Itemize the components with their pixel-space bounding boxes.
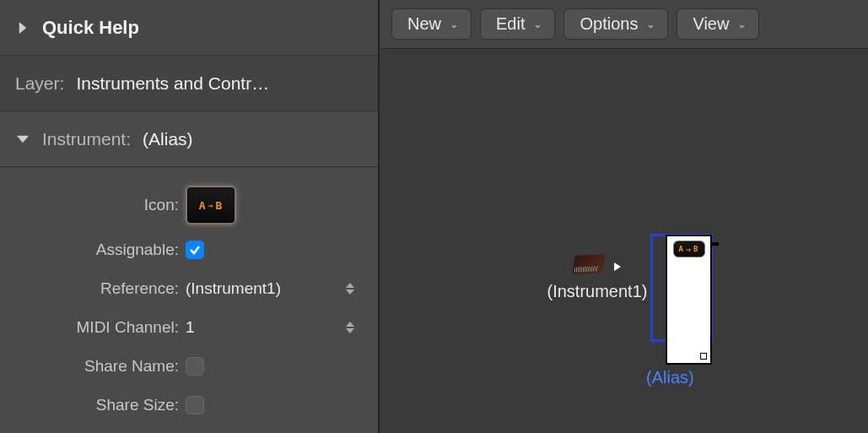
reference-value: (Instrument1) — [186, 279, 281, 298]
alias-selection-box[interactable]: A⇒B — [650, 234, 713, 342]
instrument-label: Instrument: — [42, 129, 131, 149]
share-name-row: Share Name: — [17, 353, 361, 380]
instrument-object[interactable]: (Instrument1) — [530, 255, 665, 301]
icon-label: Icon: — [17, 196, 186, 214]
assignable-label: Assignable: — [17, 241, 186, 259]
assignable-row: Assignable: — [17, 236, 361, 263]
layer-row[interactable]: Layer: Instruments and Contr… — [0, 56, 378, 111]
alias-object[interactable]: A⇒B — [666, 235, 712, 365]
inspector-panel: Quick Help Layer: Instruments and Contr…… — [0, 0, 380, 433]
quick-help-title: Quick Help — [42, 17, 139, 39]
resize-handle[interactable] — [700, 353, 707, 360]
share-size-row: Share Size: — [17, 392, 361, 419]
midi-channel-row: MIDI Channel: 1 — [17, 314, 361, 341]
midi-channel-value: 1 — [186, 318, 195, 337]
reference-select[interactable]: (Instrument1) — [186, 279, 361, 298]
layer-value: Instruments and Contr… — [76, 73, 269, 94]
environment-canvas[interactable]: (Instrument1) A⇒B (Alias) — [380, 0, 868, 433]
assignable-checkbox[interactable] — [186, 241, 204, 259]
share-size-checkbox[interactable] — [186, 396, 204, 414]
share-name-checkbox[interactable] — [186, 357, 204, 376]
stepper-icon — [342, 283, 358, 295]
instrument-header[interactable]: Instrument: (Alias) — [0, 111, 378, 167]
chevron-down-icon — [15, 132, 30, 147]
inspector-body: Icon: A⇒B Assignable: Reference: (Instru… — [0, 167, 378, 427]
share-name-label: Share Name: — [17, 357, 186, 376]
environment-panel: New ⌄ Edit ⌄ Options ⌄ View ⌄ (Instrumen… — [380, 0, 868, 433]
alias-object-label: (Alias) — [646, 368, 694, 387]
alias-ab-icon: A⇒B — [679, 245, 699, 254]
reference-row: Reference: (Instrument1) — [17, 275, 361, 302]
layer-label: Layer: — [15, 73, 64, 94]
icon-row: Icon: A⇒B — [17, 186, 361, 225]
stepper-icon — [342, 322, 358, 333]
midi-channel-select[interactable]: 1 — [186, 318, 361, 337]
icon-well[interactable]: A⇒B — [186, 186, 236, 225]
reference-label: Reference: — [17, 279, 186, 298]
share-size-label: Share Size: — [17, 396, 186, 414]
connector-icon — [712, 242, 719, 246]
quick-help-header[interactable]: Quick Help — [0, 0, 378, 56]
midi-channel-label: MIDI Channel: — [17, 318, 186, 337]
chevron-right-icon — [15, 20, 30, 35]
instrument-object-label: (Instrument1) — [547, 282, 648, 301]
play-icon — [614, 263, 621, 271]
keyboard-icon — [572, 254, 605, 274]
instrument-value: (Alias) — [143, 129, 193, 149]
alias-ab-icon: A⇒B — [199, 199, 224, 212]
alias-icon-well: A⇒B — [673, 241, 705, 257]
